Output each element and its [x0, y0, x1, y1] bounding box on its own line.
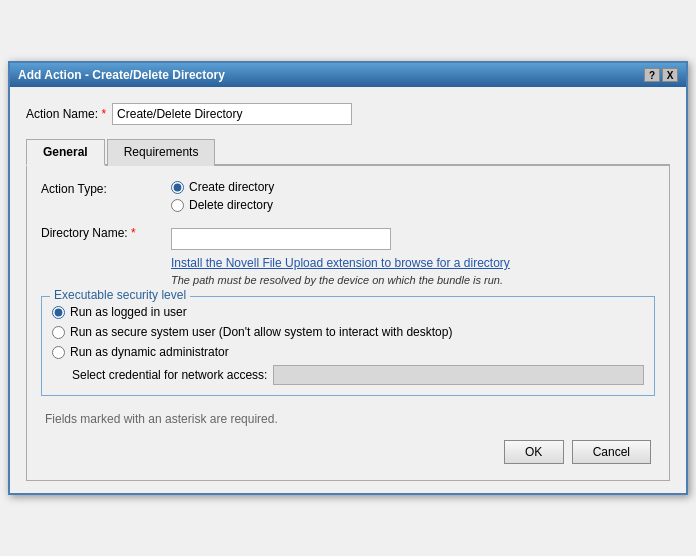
tab-general[interactable]: General	[26, 139, 105, 166]
cancel-button[interactable]: Cancel	[572, 440, 651, 464]
security-radio-logged-in: Run as logged in user	[52, 305, 644, 319]
directory-name-input[interactable]	[171, 228, 391, 250]
title-bar-buttons: ? X	[644, 68, 678, 82]
help-button[interactable]: ?	[644, 68, 660, 82]
dialog-title: Add Action - Create/Delete Directory	[18, 68, 225, 82]
radio-secure-system[interactable]	[52, 326, 65, 339]
radio-dynamic-admin-label: Run as dynamic administrator	[70, 345, 229, 359]
directory-name-label: Directory Name: *	[41, 224, 171, 240]
tab-requirements[interactable]: Requirements	[107, 139, 216, 166]
security-radio-secure-system: Run as secure system user (Don't allow s…	[52, 325, 644, 339]
radio-delete-label: Delete directory	[189, 198, 273, 212]
security-level-box: Executable security level Run as logged …	[41, 296, 655, 396]
install-extension-link[interactable]: Install the Novell File Upload extension…	[171, 256, 655, 270]
radio-logged-in-label: Run as logged in user	[70, 305, 187, 319]
credential-label: Select credential for network access:	[72, 368, 267, 382]
security-radio-dynamic-admin: Run as dynamic administrator	[52, 345, 644, 359]
close-button[interactable]: X	[662, 68, 678, 82]
security-legend: Executable security level	[50, 288, 190, 302]
directory-name-row: Directory Name: * Install the Novell Fil…	[41, 224, 655, 286]
action-name-label: Action Name: *	[26, 107, 106, 121]
ok-button[interactable]: OK	[504, 440, 564, 464]
dialog-body: Action Name: * General Requirements Acti…	[10, 87, 686, 493]
tab-content-general: Action Type: Create directory Delete dir…	[26, 166, 670, 481]
required-note: Fields marked with an asterisk are requi…	[41, 412, 655, 426]
path-note: The path must be resolved by the device …	[171, 274, 655, 286]
radio-delete-row: Delete directory	[171, 198, 655, 212]
action-type-label: Action Type:	[41, 180, 171, 196]
directory-name-controls: Install the Novell File Upload extension…	[171, 224, 655, 286]
credential-row: Select credential for network access:	[52, 365, 644, 385]
action-name-input[interactable]	[112, 103, 352, 125]
action-type-controls: Create directory Delete directory	[171, 180, 655, 216]
radio-delete[interactable]	[171, 199, 184, 212]
radio-secure-system-label: Run as secure system user (Don't allow s…	[70, 325, 452, 339]
tabs: General Requirements	[26, 137, 670, 166]
radio-create-row: Create directory	[171, 180, 655, 194]
action-name-row: Action Name: *	[26, 103, 670, 125]
required-star: *	[101, 107, 106, 121]
title-bar: Add Action - Create/Delete Directory ? X	[10, 63, 686, 87]
button-row: OK Cancel	[41, 440, 655, 470]
radio-create-label: Create directory	[189, 180, 274, 194]
action-type-row: Action Type: Create directory Delete dir…	[41, 180, 655, 216]
radio-dynamic-admin[interactable]	[52, 346, 65, 359]
radio-create[interactable]	[171, 181, 184, 194]
dialog: Add Action - Create/Delete Directory ? X…	[8, 61, 688, 495]
credential-input[interactable]	[273, 365, 644, 385]
directory-required-star: *	[131, 226, 136, 240]
radio-logged-in[interactable]	[52, 306, 65, 319]
